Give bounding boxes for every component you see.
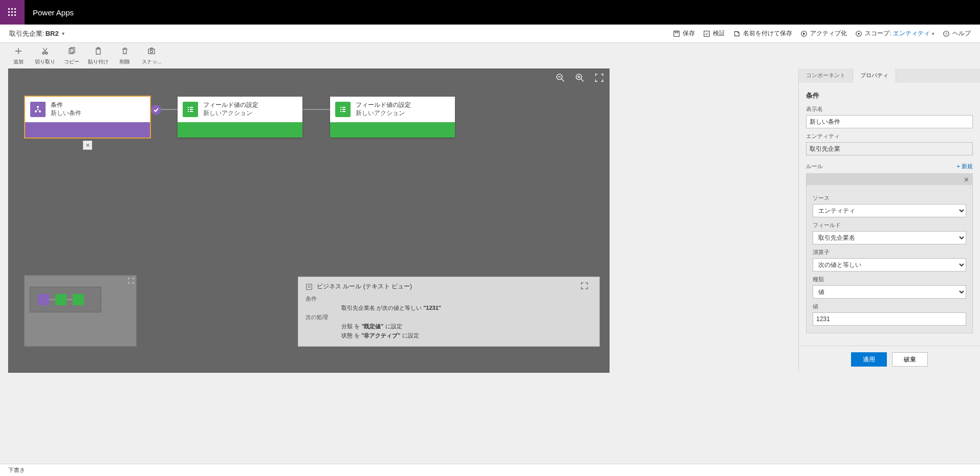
cut-button[interactable]: 切り取り (32, 45, 58, 65)
then2-text: 状態 を "非アクティブ" に設定 (341, 332, 419, 339)
help-button[interactable]: ?ヘルプ (943, 29, 971, 38)
properties-panel: コンポーネント プロパティ 条件 表示名 エンティティ ルール + 新規 ✕ ソ… (798, 69, 980, 373)
field-select[interactable]: 取引先企業名 (813, 231, 966, 244)
expand-icon[interactable] (581, 282, 592, 291)
svg-point-24 (150, 50, 153, 53)
svg-rect-3 (8, 11, 10, 13)
list-icon (335, 102, 351, 117)
close-icon[interactable]: ✕ (961, 176, 972, 184)
tab-components[interactable]: コンポーネント (799, 69, 853, 83)
status-text: 下書き (8, 466, 25, 474)
snapshot-button[interactable]: スナッ... (138, 45, 165, 65)
waffle-button[interactable] (0, 0, 25, 25)
minimap[interactable] (24, 275, 137, 347)
save-as-button[interactable]: 名前を付けて保存 (733, 29, 792, 38)
svg-rect-11 (704, 31, 710, 36)
status-bar: 下書き (0, 464, 980, 476)
display-name-input[interactable] (806, 115, 973, 128)
branch-icon (30, 102, 46, 117)
canvas[interactable]: 条件新しい条件 ✕ フィールド値の設定新しいアクション フィールド値の設定新しい… (8, 69, 609, 373)
action-node-1[interactable]: フィールド値の設定新しいアクション (178, 97, 302, 138)
apply-button[interactable]: 適用 (851, 352, 887, 367)
svg-rect-7 (11, 14, 13, 16)
entity-input (806, 142, 973, 155)
rule-name[interactable]: BR2 (46, 30, 59, 37)
app-header: Power Apps (0, 0, 980, 25)
chevron-down-icon[interactable]: ▾ (62, 31, 64, 36)
app-name: Power Apps (33, 8, 74, 17)
svg-text:?: ? (945, 31, 948, 36)
rule-card: ✕ ソース エンティティ フィールド 取引先企業名 演算子 次の値と等しい 種類… (806, 173, 973, 333)
activate-button[interactable]: アクティブ化 (800, 29, 847, 38)
paste-button[interactable]: 貼り付け (85, 45, 112, 65)
operator-select[interactable]: 次の値と等しい (813, 258, 966, 271)
add-button[interactable]: 追加 (5, 45, 32, 65)
cond-text: 取引先企業名 が次の値と等しい "1231" (341, 304, 441, 312)
add-rule-button[interactable]: + 新規 (957, 163, 973, 170)
action-node-2[interactable]: フィールド値の設定新しいアクション (330, 97, 455, 138)
delete-button[interactable]: 削除 (112, 45, 138, 65)
tab-properties[interactable]: プロパティ (853, 69, 896, 83)
entity-prefix: 取引先企業: (9, 29, 45, 38)
type-select[interactable]: 値 (813, 285, 966, 299)
list-icon (183, 102, 198, 117)
breadcrumb-bar: 取引先企業: BR2 ▾ 保存 検証 名前を付けて保存 アクティブ化 スコープ:… (0, 25, 980, 43)
svg-point-14 (858, 33, 860, 35)
svg-rect-6 (8, 14, 10, 16)
fit-screen-icon[interactable] (595, 73, 604, 82)
toolbar: 追加 切り取り コピー 貼り付け 削除 スナッ... (0, 43, 980, 69)
check-icon (151, 105, 161, 115)
svg-rect-21 (96, 49, 100, 54)
copy-button[interactable]: コピー (58, 45, 85, 65)
value-input[interactable] (813, 312, 966, 326)
zoom-in-icon[interactable] (575, 73, 584, 82)
save-button[interactable]: 保存 (673, 29, 695, 38)
then1-text: 分類 を "既定値" に設定 (341, 323, 402, 330)
rule-icon (306, 283, 313, 290)
source-select[interactable]: エンティティ (813, 204, 966, 217)
svg-rect-9 (674, 31, 680, 36)
svg-rect-2 (14, 8, 16, 10)
close-icon[interactable]: ✕ (83, 141, 92, 150)
svg-rect-23 (148, 49, 155, 54)
svg-rect-30 (307, 284, 312, 289)
svg-rect-5 (14, 11, 16, 13)
expand-icon[interactable] (128, 278, 134, 285)
text-view-panel: ビジネス ルール (テキスト ビュー) 条件 取引先企業名 が次の値と等しい "… (298, 277, 600, 347)
discard-button[interactable]: 破棄 (892, 352, 928, 367)
svg-rect-1 (11, 8, 13, 10)
svg-rect-0 (8, 8, 10, 10)
section-title: 条件 (806, 91, 973, 100)
svg-point-27 (37, 106, 39, 108)
condition-node[interactable]: 条件新しい条件 (25, 97, 150, 138)
svg-rect-4 (11, 11, 13, 13)
svg-rect-10 (676, 31, 678, 33)
scope-selector[interactable]: スコープ: エンティティ▾ (855, 29, 934, 38)
text-view-title: ビジネス ルール (テキスト ビュー) (317, 282, 412, 291)
svg-rect-8 (14, 14, 16, 16)
validate-button[interactable]: 検証 (703, 29, 725, 38)
zoom-out-icon[interactable] (556, 73, 565, 82)
